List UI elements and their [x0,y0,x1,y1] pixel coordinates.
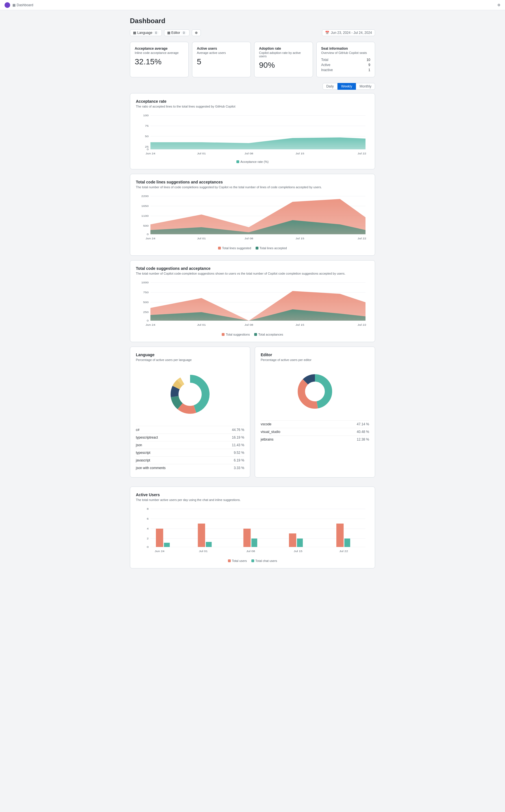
svg-rect-77 [289,533,296,547]
legend-dot-dark-teal2 [254,333,257,336]
svg-text:2: 2 [147,537,149,540]
lang-csharp: c# 44.76 % [136,426,244,434]
svg-text:0: 0 [147,546,149,548]
legend-total-users: Total users [228,559,247,562]
language-filter-icon: ▦ [133,31,136,35]
editor-vs: visual_studio 40.48 % [261,428,369,436]
svg-text:8: 8 [147,508,149,510]
editor-jetbrains: jetbrains 12.38 % [261,436,369,443]
svg-rect-71 [156,529,163,547]
svg-text:500: 500 [143,301,149,304]
svg-text:Jul 01: Jul 01 [199,550,208,553]
stats-grid: Acceptance average Inline code acceptanc… [130,42,375,77]
lang-jsonc: json with comments 3.33 % [136,464,244,472]
acceptance-average-card: Acceptance average Inline code acceptanc… [130,42,189,77]
language-list: c# 44.76 % typescriptreact 16.19 % json … [136,426,244,472]
svg-text:250: 250 [143,311,149,314]
titlebar: ▦ Dashboard ⚙ [0,0,505,10]
active-users-legend: Total users Total chat users [136,559,369,562]
editor-chart-card: Editor Percentage of active users per ed… [255,346,375,478]
svg-text:Jul 08: Jul 08 [244,152,254,155]
legend-dot-salmon3 [228,559,231,562]
svg-text:4: 4 [147,527,149,530]
svg-text:75: 75 [145,124,149,127]
lang-tsreact: typescriptreact 16.19 % [136,434,244,441]
svg-text:100: 100 [143,114,149,117]
titlebar-label: ▦ Dashboard [12,3,33,7]
svg-text:1650: 1650 [141,205,149,208]
svg-rect-72 [164,543,170,547]
lang-javascript: javascript 6.19 % [136,456,244,464]
legend-total-suggestions: Total suggestions [222,333,250,336]
calendar-icon: 📅 [325,31,329,35]
svg-text:Jul 22: Jul 22 [358,323,366,326]
svg-text:Jun 24: Jun 24 [155,550,164,553]
svg-text:750: 750 [143,291,149,294]
editor-vscode: vscode 47.14 % [261,420,369,428]
svg-text:Jul 22: Jul 22 [358,152,366,155]
seat-rows: Total 10 Active 9 Inactive 1 [321,57,370,72]
svg-text:50: 50 [145,135,149,138]
svg-rect-75 [243,529,251,547]
svg-text:0: 0 [147,319,149,322]
period-toggle: Daily Weekly Monthly [130,83,375,90]
svg-text:6: 6 [147,517,149,520]
editor-donut [261,366,369,417]
svg-text:Jul 22: Jul 22 [358,237,366,240]
daily-button[interactable]: Daily [323,83,338,90]
main-content: Dashboard ▦ Language 0 ▦ Editor 0 ⊕ 📅 Ju… [125,10,380,580]
svg-text:Jun 24: Jun 24 [146,152,155,155]
adoption-rate-card: Adoption rate Copilot adoption rate by a… [254,42,313,77]
legend-dot-salmon [218,247,221,250]
svg-text:Jul 01: Jul 01 [197,323,206,326]
code-lines-legend: Total lines suggested Total lines accept… [136,246,369,250]
language-donut [136,366,244,423]
svg-text:Jul 01: Jul 01 [197,237,206,240]
app-icon [5,2,10,8]
lang-typescript: typescript 9.52 % [136,449,244,456]
svg-text:Jul 15: Jul 15 [296,152,304,155]
svg-rect-74 [206,542,212,547]
active-users-chart: 8 6 4 2 0 Jun 24 [136,506,369,562]
svg-rect-80 [344,539,350,547]
legend-acceptance-rate: Acceptance rate (%) [236,160,269,164]
language-filter[interactable]: ▦ Language 0 [130,29,162,36]
acceptance-rate-chart-card: Acceptance rate The ratio of accepted li… [130,93,375,169]
seat-inactive-row: Inactive 1 [321,67,370,72]
monthly-button[interactable]: Monthly [356,83,375,90]
titlebar-grid-icon: ▦ [12,3,16,7]
legend-accepted: Total lines accepted [256,246,287,250]
weekly-button[interactable]: Weekly [338,83,356,90]
code-suggestions-chart-card: Total code suggestions and acceptance Th… [130,260,375,342]
editor-filter[interactable]: ▦ Editor 0 [164,29,189,36]
svg-text:Jul 08: Jul 08 [244,237,254,240]
active-users-chart-card: Active Users The total number active use… [130,487,375,568]
settings-button[interactable]: ⚙ [497,3,500,7]
svg-text:Jul 15: Jul 15 [296,237,304,240]
code-lines-chart-card: Total code lines suggestions and accepta… [130,174,375,256]
legend-dot-salmon2 [222,333,224,336]
date-range[interactable]: 📅 Jun 23, 2024 - Jul 24, 2024 [322,29,375,36]
seat-active-row: Active 9 [321,62,370,67]
svg-text:Jun 24: Jun 24 [146,323,155,326]
svg-rect-79 [336,524,344,547]
svg-point-60 [309,385,321,398]
legend-dot-teal2 [251,559,254,562]
svg-rect-76 [251,539,257,547]
lang-json: json 11.43 % [136,441,244,449]
legend-dot-dark-teal [256,247,259,250]
active-users-card: Active users Average active users 5 [192,42,251,77]
acceptance-rate-legend: Acceptance rate (%) [136,160,369,164]
query-filter[interactable]: ⊕ [192,29,201,36]
svg-text:Jul 08: Jul 08 [246,550,255,553]
filters-row: ▦ Language 0 ▦ Editor 0 ⊕ 📅 Jun 23, 2024… [130,29,375,36]
svg-text:Jul 08: Jul 08 [244,323,254,326]
svg-text:Jul 22: Jul 22 [339,550,348,553]
svg-text:Jul 01: Jul 01 [197,152,206,155]
svg-point-56 [183,387,197,401]
page-title: Dashboard [130,17,375,25]
language-chart-card: Language Percentage of active users per … [130,346,250,478]
lang-editor-row: Language Percentage of active users per … [130,346,375,482]
svg-text:2200: 2200 [141,195,149,198]
svg-text:1000: 1000 [141,281,149,284]
